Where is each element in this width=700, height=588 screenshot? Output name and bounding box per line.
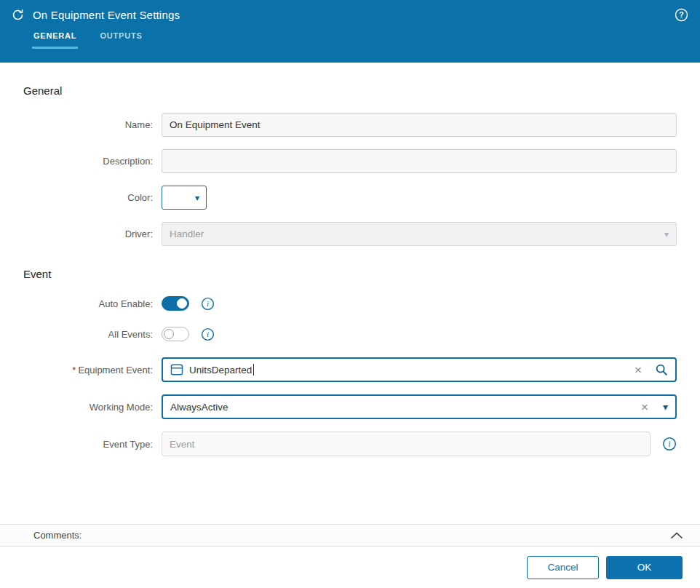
toggle-knob xyxy=(164,329,174,339)
equipment-event-label: *Equipment Event: xyxy=(23,365,162,376)
ok-button[interactable]: OK xyxy=(606,556,683,579)
name-input[interactable] xyxy=(162,113,677,137)
description-input[interactable] xyxy=(162,149,677,173)
tab-bar: GENERAL OUTPUTS xyxy=(0,28,700,49)
section-heading-event: Event xyxy=(23,268,677,280)
clear-icon[interactable]: × xyxy=(632,364,645,376)
text-cursor xyxy=(253,364,254,376)
working-mode-label: Working Mode: xyxy=(23,402,162,413)
auto-enable-toggle[interactable] xyxy=(162,296,189,311)
working-mode-select[interactable]: AlwaysActive × ▾ xyxy=(162,394,677,419)
event-type-placeholder: Event xyxy=(170,439,643,450)
name-row: Name: xyxy=(23,113,677,137)
help-icon[interactable]: ? xyxy=(675,8,688,25)
chevron-up-icon[interactable] xyxy=(671,532,683,539)
auto-enable-row: Auto Enable: i xyxy=(23,296,677,311)
svg-text:i: i xyxy=(668,439,670,449)
event-settings-icon xyxy=(12,9,24,21)
form-body: General Name: Description: Color: ▾ Driv… xyxy=(0,63,700,456)
clear-icon[interactable]: × xyxy=(638,401,651,413)
bottom-bar: Comments: Cancel OK xyxy=(0,524,700,588)
working-mode-row: Working Mode: AlwaysActive × ▾ xyxy=(23,394,677,419)
equipment-event-field[interactable]: UnitsDeparted × xyxy=(162,357,677,382)
search-icon[interactable] xyxy=(655,363,668,376)
section-heading-general: General xyxy=(23,84,677,97)
footer: Cancel OK xyxy=(0,547,700,588)
toggle-knob xyxy=(177,298,187,309)
driver-label: Driver: xyxy=(23,229,162,239)
svg-text:i: i xyxy=(207,299,209,308)
tab-outputs[interactable]: OUTPUTS xyxy=(98,28,143,49)
title-row: On Equipment Event Settings ? xyxy=(0,0,700,24)
name-label: Name: xyxy=(23,119,162,130)
dropdown-caret-icon: ▾ xyxy=(664,230,669,239)
equipment-icon xyxy=(170,364,183,376)
auto-enable-info-icon[interactable]: i xyxy=(201,297,215,311)
event-type-info-icon[interactable]: i xyxy=(662,437,677,451)
driver-select: Handler ▾ xyxy=(162,222,677,246)
page-title: On Equipment Event Settings xyxy=(33,9,180,21)
driver-placeholder: Handler xyxy=(170,229,664,239)
color-select[interactable]: ▾ xyxy=(162,186,207,210)
event-type-label: Event Type: xyxy=(23,439,162,450)
comments-label: Comments: xyxy=(33,530,81,541)
description-label: Description: xyxy=(23,156,162,167)
event-type-input: Event xyxy=(162,432,651,456)
color-row: Color: ▾ xyxy=(23,186,677,210)
settings-dialog: On Equipment Event Settings ? GENERAL OU… xyxy=(0,0,700,456)
dropdown-caret-icon: ▾ xyxy=(195,194,199,202)
all-events-row: All Events: i xyxy=(23,327,677,341)
equipment-event-value: UnitsDeparted xyxy=(189,365,252,376)
equipment-event-row: *Equipment Event: UnitsDeparted × xyxy=(23,357,677,382)
header: On Equipment Event Settings ? GENERAL OU… xyxy=(0,0,700,63)
required-indicator: * xyxy=(72,365,76,376)
cancel-button[interactable]: Cancel xyxy=(527,556,599,579)
svg-text:?: ? xyxy=(679,11,683,19)
dropdown-caret-icon: ▾ xyxy=(663,402,668,412)
event-type-row: Event Type: Event i xyxy=(23,432,677,456)
description-row: Description: xyxy=(23,149,677,173)
color-label: Color: xyxy=(23,192,162,203)
comments-section[interactable]: Comments: xyxy=(0,524,700,547)
all-events-label: All Events: xyxy=(23,329,162,340)
svg-text:i: i xyxy=(207,330,209,338)
all-events-info-icon[interactable]: i xyxy=(201,327,215,341)
all-events-toggle[interactable] xyxy=(162,327,189,341)
working-mode-value: AlwaysActive xyxy=(170,402,228,413)
auto-enable-label: Auto Enable: xyxy=(23,298,162,309)
tab-general[interactable]: GENERAL xyxy=(32,28,78,49)
driver-row: Driver: Handler ▾ xyxy=(23,222,677,246)
